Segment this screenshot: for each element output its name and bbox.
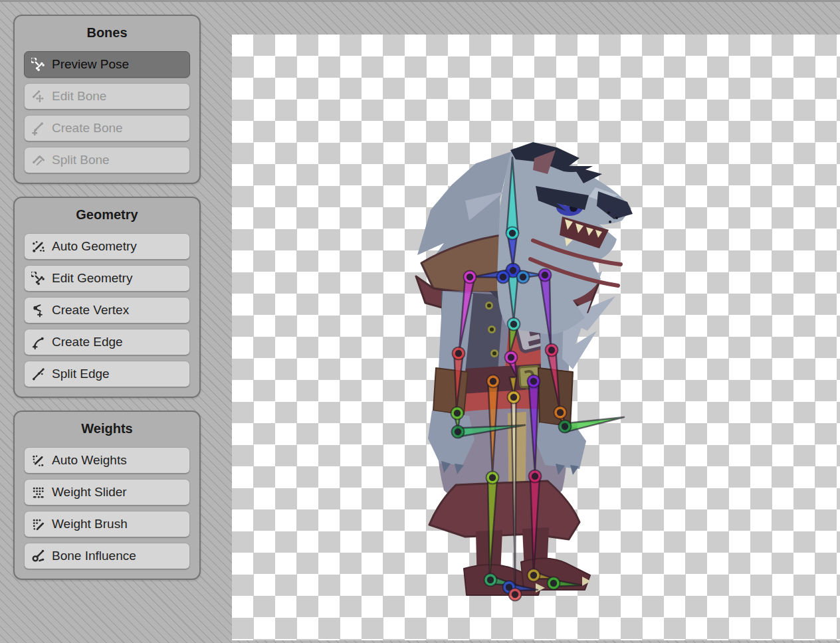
- tool-button-split-edge[interactable]: Split Edge: [24, 361, 190, 387]
- tool-label: Auto Weights: [52, 453, 127, 468]
- preview-pose-icon: [31, 58, 45, 72]
- bone-influence-icon: [31, 549, 45, 563]
- tool-label: Split Edge: [52, 367, 110, 381]
- weight-brush-icon: [31, 517, 45, 531]
- tool-label: Create Bone: [52, 121, 123, 136]
- tool-label: Preview Pose: [52, 57, 129, 72]
- tool-label: Split Bone: [52, 153, 110, 167]
- split-bone-icon: [31, 153, 45, 167]
- tool-button-create-edge[interactable]: Create Edge: [24, 329, 190, 355]
- tool-label: Bone Influence: [52, 549, 136, 563]
- tool-button-weight-slider[interactable]: Weight Slider: [24, 479, 190, 505]
- panel-weights: Weights Auto WeightsWeight SliderWeight …: [13, 411, 201, 580]
- create-edge-icon: [31, 335, 45, 349]
- tool-button-preview-pose[interactable]: Preview Pose: [24, 51, 190, 78]
- tool-button-weight-brush[interactable]: Weight Brush: [24, 511, 190, 537]
- panel-title: Weights: [24, 421, 190, 436]
- tool-button-edit-geometry[interactable]: Edit Geometry: [24, 265, 190, 292]
- sprite-canvas[interactable]: [232, 35, 840, 640]
- auto-geometry-icon: [31, 240, 45, 254]
- tool-label: Auto Geometry: [52, 239, 137, 254]
- tool-label: Weight Brush: [52, 517, 128, 531]
- tool-label: Edit Geometry: [52, 271, 132, 286]
- edit-bone-icon: [31, 90, 45, 104]
- tool-button-bone-influence[interactable]: Bone Influence: [24, 543, 190, 569]
- tool-button-auto-geometry[interactable]: Auto Geometry: [24, 233, 190, 260]
- panel-tools-2: Auto WeightsWeight SliderWeight BrushBon…: [24, 447, 190, 569]
- tool-button-auto-weights[interactable]: Auto Weights: [24, 447, 190, 474]
- skinning-editor: Bones Preview PoseEdit BoneCreate BoneSp…: [0, 0, 840, 643]
- panel-tools-0: Preview PoseEdit BoneCreate BoneSplit Bo…: [24, 51, 190, 173]
- tool-label: Create Edge: [52, 335, 123, 349]
- tool-label: Create Vertex: [52, 303, 129, 318]
- auto-weights-icon: [31, 454, 45, 468]
- tool-label: Weight Slider: [52, 485, 127, 500]
- panel-geometry: Geometry Auto GeometryEdit GeometryCreat…: [13, 197, 201, 398]
- toolbox: Bones Preview PoseEdit BoneCreate BoneSp…: [13, 15, 201, 580]
- tool-button-create-vertex[interactable]: Create Vertex: [24, 297, 190, 323]
- panel-title: Geometry: [24, 207, 190, 223]
- panel-title: Bones: [24, 25, 190, 41]
- split-edge-icon: [31, 367, 45, 381]
- panel-bones: Bones Preview PoseEdit BoneCreate BoneSp…: [13, 15, 201, 184]
- tool-button-create-bone[interactable]: Create Bone: [24, 115, 190, 141]
- create-vertex-icon: [31, 304, 45, 318]
- tool-button-split-bone[interactable]: Split Bone: [24, 147, 190, 173]
- edit-geometry-icon: [31, 272, 45, 286]
- tool-label: Edit Bone: [52, 89, 106, 104]
- tool-button-edit-bone[interactable]: Edit Bone: [24, 83, 190, 110]
- canvas-top-edge: [0, 0, 840, 2]
- weight-slider-icon: [31, 486, 45, 500]
- create-bone-icon: [31, 122, 45, 136]
- panel-tools-1: Auto GeometryEdit GeometryCreate VertexC…: [24, 233, 190, 387]
